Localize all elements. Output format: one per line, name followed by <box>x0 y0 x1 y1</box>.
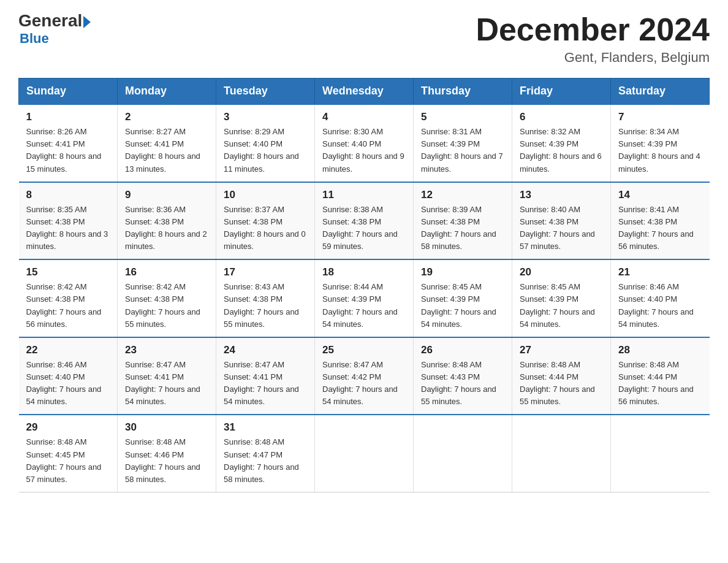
calendar-title: December 2024 <box>476 12 710 47</box>
day-info: Sunrise: 8:27 AMSunset: 4:41 PMDaylight:… <box>125 126 208 175</box>
day-number: 11 <box>322 189 406 201</box>
day-number: 18 <box>322 266 406 278</box>
day-info: Sunrise: 8:40 AMSunset: 4:38 PMDaylight:… <box>520 204 603 253</box>
day-number: 14 <box>618 189 702 201</box>
day-info: Sunrise: 8:30 AMSunset: 4:40 PMDaylight:… <box>322 126 406 175</box>
day-info: Sunrise: 8:31 AMSunset: 4:39 PMDaylight:… <box>421 126 504 175</box>
title-block: December 2024 Gent, Flanders, Belgium <box>476 12 710 66</box>
col-friday: Friday <box>512 79 611 105</box>
day-cell: 2 Sunrise: 8:27 AMSunset: 4:41 PMDayligh… <box>118 104 216 182</box>
day-number: 23 <box>125 344 208 356</box>
week-row-5: 29 Sunrise: 8:48 AMSunset: 4:45 PMDaylig… <box>19 415 710 492</box>
day-cell: 13 Sunrise: 8:40 AMSunset: 4:38 PMDaylig… <box>512 182 611 260</box>
day-cell: 3 Sunrise: 8:29 AMSunset: 4:40 PMDayligh… <box>216 104 315 182</box>
day-cell: 11 Sunrise: 8:38 AMSunset: 4:38 PMDaylig… <box>315 182 414 260</box>
header-row: Sunday Monday Tuesday Wednesday Thursday… <box>19 79 710 105</box>
calendar-subtitle: Gent, Flanders, Belgium <box>476 50 710 66</box>
day-number: 7 <box>618 111 702 123</box>
day-cell: 22 Sunrise: 8:46 AMSunset: 4:40 PMDaylig… <box>19 337 118 415</box>
day-info: Sunrise: 8:45 AMSunset: 4:39 PMDaylight:… <box>520 281 603 331</box>
day-info: Sunrise: 8:47 AMSunset: 4:42 PMDaylight:… <box>322 359 406 408</box>
day-info: Sunrise: 8:37 AMSunset: 4:38 PMDaylight:… <box>224 204 307 253</box>
day-number: 6 <box>520 111 603 123</box>
day-info: Sunrise: 8:48 AMSunset: 4:45 PMDaylight:… <box>26 436 110 486</box>
day-number: 30 <box>125 421 208 434</box>
day-cell: 5 Sunrise: 8:31 AMSunset: 4:39 PMDayligh… <box>414 104 512 182</box>
day-cell: 25 Sunrise: 8:47 AMSunset: 4:42 PMDaylig… <box>315 337 414 415</box>
week-row-3: 15 Sunrise: 8:42 AMSunset: 4:38 PMDaylig… <box>19 259 710 337</box>
day-number: 12 <box>421 189 504 201</box>
col-sunday: Sunday <box>19 79 118 105</box>
day-number: 9 <box>125 189 208 201</box>
day-number: 3 <box>224 111 307 123</box>
day-cell: 4 Sunrise: 8:30 AMSunset: 4:40 PMDayligh… <box>315 104 414 182</box>
day-cell: 28 Sunrise: 8:48 AMSunset: 4:44 PMDaylig… <box>611 337 710 415</box>
day-cell <box>512 415 611 492</box>
day-cell: 7 Sunrise: 8:34 AMSunset: 4:39 PMDayligh… <box>611 104 710 182</box>
day-cell: 17 Sunrise: 8:43 AMSunset: 4:38 PMDaylig… <box>216 259 315 337</box>
day-cell: 21 Sunrise: 8:46 AMSunset: 4:40 PMDaylig… <box>611 259 710 337</box>
day-cell: 31 Sunrise: 8:48 AMSunset: 4:47 PMDaylig… <box>216 415 315 492</box>
day-info: Sunrise: 8:47 AMSunset: 4:41 PMDaylight:… <box>224 359 307 408</box>
day-cell <box>414 415 512 492</box>
day-cell: 20 Sunrise: 8:45 AMSunset: 4:39 PMDaylig… <box>512 259 611 337</box>
day-info: Sunrise: 8:45 AMSunset: 4:39 PMDaylight:… <box>421 281 504 331</box>
day-info: Sunrise: 8:48 AMSunset: 4:43 PMDaylight:… <box>421 359 504 408</box>
calendar-header: Sunday Monday Tuesday Wednesday Thursday… <box>19 79 710 105</box>
day-cell: 8 Sunrise: 8:35 AMSunset: 4:38 PMDayligh… <box>19 182 118 260</box>
calendar-table: Sunday Monday Tuesday Wednesday Thursday… <box>18 78 710 492</box>
day-number: 19 <box>421 266 504 278</box>
day-number: 20 <box>520 266 603 278</box>
day-cell: 12 Sunrise: 8:39 AMSunset: 4:38 PMDaylig… <box>414 182 512 260</box>
day-cell: 23 Sunrise: 8:47 AMSunset: 4:41 PMDaylig… <box>118 337 216 415</box>
week-row-4: 22 Sunrise: 8:46 AMSunset: 4:40 PMDaylig… <box>19 337 710 415</box>
logo-blue: Blue <box>18 31 49 47</box>
col-wednesday: Wednesday <box>315 79 414 105</box>
day-cell: 19 Sunrise: 8:45 AMSunset: 4:39 PMDaylig… <box>414 259 512 337</box>
day-number: 8 <box>26 189 110 201</box>
day-number: 16 <box>125 266 208 278</box>
day-cell: 30 Sunrise: 8:48 AMSunset: 4:46 PMDaylig… <box>118 415 216 492</box>
calendar-body: 1 Sunrise: 8:26 AMSunset: 4:41 PMDayligh… <box>19 104 710 492</box>
day-number: 26 <box>421 344 504 356</box>
day-info: Sunrise: 8:41 AMSunset: 4:38 PMDaylight:… <box>618 204 702 253</box>
col-monday: Monday <box>118 79 216 105</box>
day-info: Sunrise: 8:48 AMSunset: 4:44 PMDaylight:… <box>520 359 603 408</box>
day-cell <box>611 415 710 492</box>
week-row-2: 8 Sunrise: 8:35 AMSunset: 4:38 PMDayligh… <box>19 182 710 260</box>
day-info: Sunrise: 8:43 AMSunset: 4:38 PMDaylight:… <box>224 281 307 331</box>
day-number: 28 <box>618 344 702 356</box>
day-info: Sunrise: 8:46 AMSunset: 4:40 PMDaylight:… <box>26 359 110 408</box>
day-info: Sunrise: 8:39 AMSunset: 4:38 PMDaylight:… <box>421 204 504 253</box>
day-number: 22 <box>26 344 110 356</box>
day-info: Sunrise: 8:42 AMSunset: 4:38 PMDaylight:… <box>26 281 110 331</box>
day-cell: 16 Sunrise: 8:42 AMSunset: 4:38 PMDaylig… <box>118 259 216 337</box>
day-info: Sunrise: 8:29 AMSunset: 4:40 PMDaylight:… <box>224 126 307 175</box>
day-cell: 27 Sunrise: 8:48 AMSunset: 4:44 PMDaylig… <box>512 337 611 415</box>
day-info: Sunrise: 8:36 AMSunset: 4:38 PMDaylight:… <box>125 204 208 253</box>
day-number: 15 <box>26 266 110 278</box>
day-number: 17 <box>224 266 307 278</box>
day-cell: 26 Sunrise: 8:48 AMSunset: 4:43 PMDaylig… <box>414 337 512 415</box>
day-number: 5 <box>421 111 504 123</box>
day-cell <box>315 415 414 492</box>
day-cell: 9 Sunrise: 8:36 AMSunset: 4:38 PMDayligh… <box>118 182 216 260</box>
day-info: Sunrise: 8:32 AMSunset: 4:39 PMDaylight:… <box>520 126 603 175</box>
week-row-1: 1 Sunrise: 8:26 AMSunset: 4:41 PMDayligh… <box>19 104 710 182</box>
col-tuesday: Tuesday <box>216 79 315 105</box>
page-header: General Blue December 2024 Gent, Flander… <box>18 12 710 66</box>
day-info: Sunrise: 8:46 AMSunset: 4:40 PMDaylight:… <box>618 281 702 331</box>
day-info: Sunrise: 8:34 AMSunset: 4:39 PMDaylight:… <box>618 126 702 175</box>
day-info: Sunrise: 8:42 AMSunset: 4:38 PMDaylight:… <box>125 281 208 331</box>
day-cell: 18 Sunrise: 8:44 AMSunset: 4:39 PMDaylig… <box>315 259 414 337</box>
day-number: 25 <box>322 344 406 356</box>
day-number: 4 <box>322 111 406 123</box>
day-number: 27 <box>520 344 603 356</box>
day-number: 1 <box>26 111 110 123</box>
day-cell: 1 Sunrise: 8:26 AMSunset: 4:41 PMDayligh… <box>19 104 118 182</box>
logo-arrow-icon <box>83 16 91 28</box>
day-info: Sunrise: 8:48 AMSunset: 4:46 PMDaylight:… <box>125 436 208 486</box>
day-cell: 6 Sunrise: 8:32 AMSunset: 4:39 PMDayligh… <box>512 104 611 182</box>
day-number: 2 <box>125 111 208 123</box>
logo: General Blue <box>18 12 91 47</box>
